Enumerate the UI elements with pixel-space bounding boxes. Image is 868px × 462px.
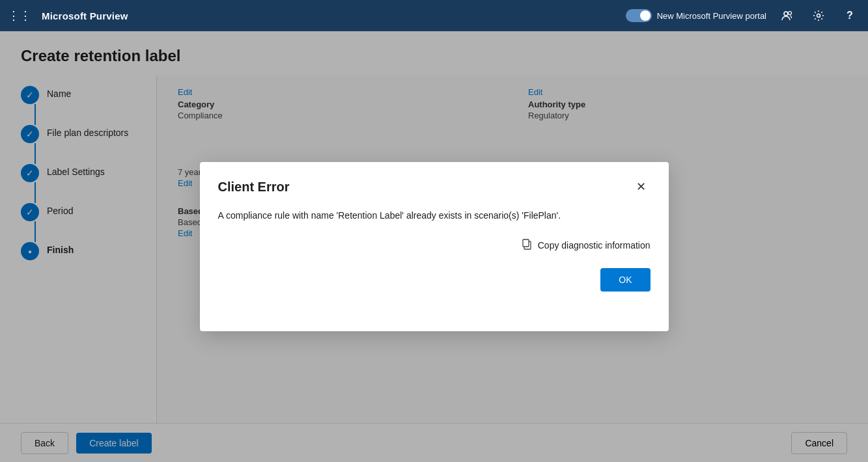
main-content: Create retention label ✓ Name ✓ File pla… bbox=[0, 31, 868, 462]
svg-point-2 bbox=[817, 14, 820, 18]
portal-toggle-container: New Microsoft Purview portal bbox=[626, 9, 766, 22]
portal-toggle[interactable] bbox=[626, 9, 652, 22]
topbar: ⋮⋮ Microsoft Purview New Microsoft Purvi… bbox=[0, 0, 868, 31]
settings-icon-btn[interactable] bbox=[808, 5, 829, 26]
people-icon-btn[interactable] bbox=[777, 5, 798, 26]
dialog-footer: OK bbox=[218, 268, 651, 292]
svg-point-0 bbox=[784, 12, 788, 16]
toggle-label: New Microsoft Purview portal bbox=[657, 11, 766, 21]
copy-diagnostic-row: Copy diagnostic information bbox=[218, 238, 651, 252]
help-icon-btn[interactable]: ? bbox=[839, 5, 860, 26]
modal-overlay: Client Error ✕ A compliance rule with na… bbox=[0, 31, 868, 462]
app-title: Microsoft Purview bbox=[42, 10, 128, 21]
svg-point-1 bbox=[789, 12, 792, 15]
client-error-dialog: Client Error ✕ A compliance rule with na… bbox=[200, 162, 669, 331]
dialog-title: Client Error bbox=[218, 180, 290, 195]
grid-icon[interactable]: ⋮⋮ bbox=[8, 8, 31, 23]
svg-rect-4 bbox=[523, 239, 529, 247]
copy-icon bbox=[521, 238, 533, 252]
dialog-close-button[interactable]: ✕ bbox=[632, 178, 651, 196]
dialog-message: A compliance rule with name 'Retention L… bbox=[218, 209, 651, 223]
dialog-header: Client Error ✕ bbox=[218, 178, 651, 196]
topbar-right: New Microsoft Purview portal ? bbox=[626, 5, 860, 26]
ok-button[interactable]: OK bbox=[600, 268, 650, 292]
copy-diagnostic-link[interactable]: Copy diagnostic information bbox=[538, 240, 651, 251]
